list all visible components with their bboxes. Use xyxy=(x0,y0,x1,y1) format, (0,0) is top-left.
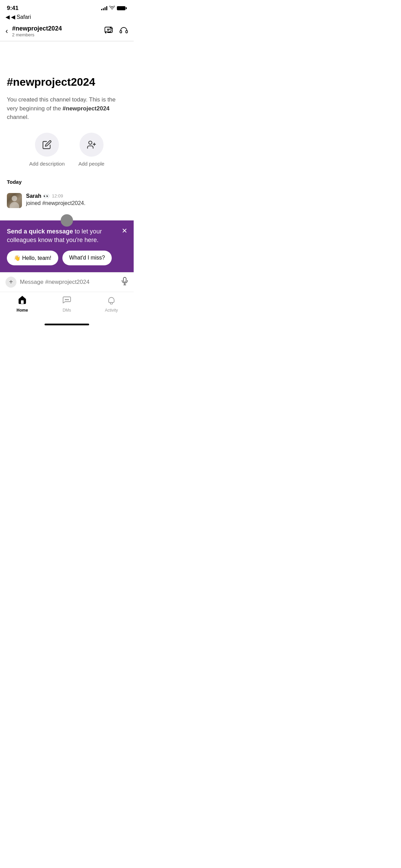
pencil-icon xyxy=(42,140,52,149)
avatar-image xyxy=(7,193,22,208)
main-content: #newproject2024 You created this channel… xyxy=(0,41,134,218)
dms-icon xyxy=(62,296,71,306)
channel-name: #newproject2024 xyxy=(12,25,104,32)
svg-point-10 xyxy=(65,299,66,300)
desc-part2: channel. xyxy=(7,114,29,120)
home-bar xyxy=(45,324,89,325)
message-author: Sarah xyxy=(26,193,41,199)
wifi-icon xyxy=(109,6,115,11)
message-content: Sarah 👀 12:09 joined #newproject2024. xyxy=(26,193,85,206)
home-icon xyxy=(18,296,27,306)
svg-rect-2 xyxy=(126,31,127,33)
quick-message-banner: Send a quick message to let your colleag… xyxy=(0,220,134,272)
nav-item-activity[interactable]: Activity xyxy=(89,296,134,313)
new-thread-icon[interactable] xyxy=(104,26,113,36)
message-emoji: 👀 xyxy=(43,193,50,199)
message-input-bar: + xyxy=(0,272,134,292)
message-input[interactable] xyxy=(20,279,118,286)
add-description-button[interactable] xyxy=(35,133,59,157)
channel-title-wrap: #newproject2024 2 members xyxy=(12,25,104,37)
add-people-wrap[interactable]: Add people xyxy=(78,133,105,167)
svg-rect-6 xyxy=(123,277,126,282)
add-people-label: Add people xyxy=(78,161,105,167)
microphone-icon[interactable] xyxy=(121,277,128,287)
add-person-icon xyxy=(87,140,96,149)
nav-home-label: Home xyxy=(16,308,28,313)
input-plus-button[interactable]: + xyxy=(5,277,16,288)
plus-icon: + xyxy=(9,278,13,286)
desc-bold: #newproject2024 xyxy=(63,105,110,112)
status-icons xyxy=(101,6,127,11)
header-actions xyxy=(104,26,128,36)
add-people-button[interactable] xyxy=(80,133,104,157)
add-description-wrap[interactable]: Add description xyxy=(29,133,64,167)
message-time: 12:09 xyxy=(52,193,63,198)
headphones-icon[interactable] xyxy=(119,26,128,36)
battery-icon xyxy=(117,6,127,10)
svg-point-12 xyxy=(68,299,69,300)
action-buttons: Add description Add people xyxy=(7,133,127,167)
bottom-nav: Home DMs Activity xyxy=(0,292,134,321)
channel-description: You created this channel today. This is … xyxy=(7,95,127,122)
safari-back-bar[interactable]: ◀ ◀ Safari xyxy=(0,14,134,22)
svg-point-11 xyxy=(66,299,67,300)
whatd-i-miss-button[interactable]: What'd I miss? xyxy=(62,251,112,265)
back-button[interactable]: ‹ xyxy=(5,27,8,36)
channel-header: ‹ #newproject2024 2 members xyxy=(0,22,134,41)
banner-text: Send a quick message to let your colleag… xyxy=(7,227,127,244)
svg-rect-9 xyxy=(21,300,24,304)
activity-icon xyxy=(107,296,116,306)
nav-item-dms[interactable]: DMs xyxy=(45,296,89,313)
nav-item-home[interactable]: Home xyxy=(0,296,45,313)
status-time: 9:41 xyxy=(7,5,19,12)
svg-rect-1 xyxy=(120,31,122,33)
message-header: Sarah 👀 12:09 xyxy=(26,193,85,199)
safari-chevron-icon: ◀ xyxy=(5,14,10,20)
nav-dms-label: DMs xyxy=(63,308,71,313)
channel-members: 2 members xyxy=(12,32,104,37)
quick-buttons: 👋 Hello, team! What'd I miss? xyxy=(7,251,127,265)
safari-back-label[interactable]: ◀ Safari xyxy=(11,14,31,20)
channel-big-title: #newproject2024 xyxy=(7,76,127,88)
signal-bars-icon xyxy=(101,6,107,10)
home-indicator xyxy=(0,321,134,327)
avatar xyxy=(7,193,22,208)
add-description-label: Add description xyxy=(29,161,64,167)
today-divider: Today xyxy=(7,179,127,185)
svg-point-3 xyxy=(89,141,92,144)
hello-team-button[interactable]: 👋 Hello, team! xyxy=(7,251,58,265)
status-bar: 9:41 xyxy=(0,0,134,14)
banner-avatar-dot xyxy=(61,214,73,227)
message-text: joined #newproject2024. xyxy=(26,200,85,206)
banner-text-bold: Send a quick message xyxy=(7,228,73,235)
nav-activity-label: Activity xyxy=(105,308,118,313)
banner-close-button[interactable]: ✕ xyxy=(122,227,127,235)
message-item: Sarah 👀 12:09 joined #newproject2024. xyxy=(7,190,127,211)
top-spacer xyxy=(7,55,127,76)
